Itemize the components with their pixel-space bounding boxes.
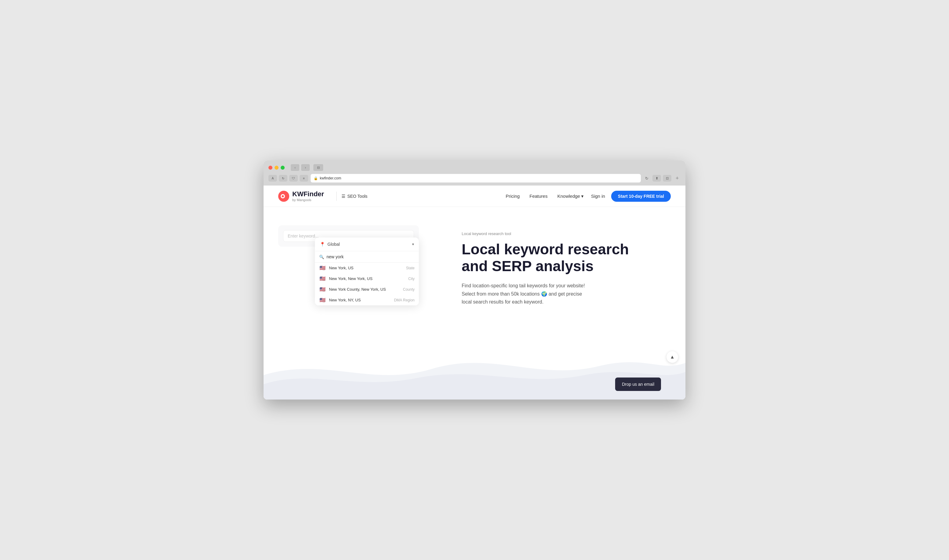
knowledge-label: Knowledge — [557, 194, 580, 199]
nav-buttons: ‹ › — [291, 164, 310, 171]
location-header-left: 📍 Global — [320, 242, 340, 247]
location-name-1: New York, New York, US — [329, 276, 408, 281]
location-type-0: State — [406, 266, 415, 270]
back-button[interactable]: ‹ — [291, 164, 299, 171]
reload-button[interactable]: ↻ — [643, 175, 650, 182]
location-name-3: New York, NY, US — [329, 298, 394, 302]
kwfinder-logo-icon — [278, 191, 289, 202]
minimize-button[interactable] — [275, 166, 278, 170]
location-header[interactable]: 📍 Global ▾ — [315, 237, 419, 251]
location-pin-icon: 📍 — [320, 242, 325, 247]
features-link[interactable]: Features — [529, 194, 548, 199]
logo-text: KWFinder by Mangools — [292, 191, 324, 202]
location-result-3[interactable]: 🇺🇸 New York, NY, US DMA Region — [315, 295, 419, 305]
share-button[interactable]: ⬆ — [652, 175, 661, 182]
page-content: KWFinder by Mangools ☰ SEO Tools Pricing… — [263, 186, 686, 400]
sign-in-link[interactable]: Sign in — [591, 194, 605, 199]
search-icon: 🔍 — [319, 255, 324, 259]
location-widget: 📍 Global ▾ 🔍 🇺🇸 New Yo — [315, 237, 419, 305]
nav-links: Pricing Features Knowledge ▾ — [506, 194, 584, 199]
hero-title-line1: Local keyword research — [461, 241, 629, 257]
scroll-top-button[interactable]: ▲ — [666, 351, 678, 363]
location-type-3: DMA Region — [394, 298, 415, 302]
address-bar[interactable]: 🔒 kwfinder.com — [311, 174, 641, 183]
flag-icon-3: 🇺🇸 — [319, 298, 326, 302]
add-tab-icon[interactable]: + — [674, 175, 681, 182]
location-type-1: City — [408, 277, 415, 281]
location-type-2: County — [403, 287, 415, 292]
logo-sub: by Mangools — [292, 198, 324, 202]
pricing-link[interactable]: Pricing — [506, 194, 520, 199]
knowledge-dropdown[interactable]: Knowledge ▾ — [557, 194, 584, 199]
logo-area: KWFinder by Mangools — [278, 191, 324, 202]
nav-divider — [336, 192, 337, 201]
location-result-2[interactable]: 🇺🇸 New York County, New York, US County — [315, 284, 419, 295]
sidebar-toggle[interactable]: ⊟ — [314, 164, 323, 171]
hero-label: Local keyword research tool — [461, 231, 671, 236]
svg-point-2 — [282, 195, 284, 197]
browser-actions: ⬆ ⊡ — [652, 175, 671, 182]
navbar: KWFinder by Mangools ☰ SEO Tools Pricing… — [263, 186, 686, 207]
flag-icon-1: 🇺🇸 — [319, 276, 326, 281]
forward-button[interactable]: › — [301, 164, 310, 171]
browser-chrome: ‹ › ⊟ A ↻ 🛡 ≡ 🔒 kwfinder.com ↻ ⬆ ⊡ + — [263, 160, 686, 186]
ext-icon-1[interactable]: A — [268, 175, 277, 182]
browser-toolbar: A ↻ 🛡 ≡ 🔒 kwfinder.com ↻ ⬆ ⊡ + — [268, 174, 681, 186]
browser-titlebar: ‹ › ⊟ — [268, 164, 681, 171]
logo-brand: KWFinder — [292, 191, 324, 198]
close-button[interactable] — [268, 166, 272, 170]
location-name-2: New York County, New York, US — [329, 287, 403, 292]
flag-icon-0: 🇺🇸 — [319, 266, 326, 270]
knowledge-chevron-icon: ▾ — [581, 194, 584, 199]
trial-button[interactable]: Start 10-day FREE trial — [611, 191, 671, 202]
hero-title: Local keyword research and SERP analysis — [461, 241, 671, 274]
ext-icon-2[interactable]: ↻ — [279, 175, 288, 182]
maximize-button[interactable] — [281, 166, 285, 170]
location-dropdown-list: 🇺🇸 New York, US State 🇺🇸 New York, New Y… — [315, 263, 419, 305]
new-tab-button[interactable]: ⊡ — [663, 175, 671, 182]
nav-actions: Sign in Start 10-day FREE trial — [591, 191, 671, 202]
browser-window: ‹ › ⊟ A ↻ 🛡 ≡ 🔒 kwfinder.com ↻ ⬆ ⊡ + — [263, 160, 686, 400]
extension-icons: A ↻ 🛡 ≡ — [268, 175, 308, 182]
hamburger-icon: ☰ — [341, 194, 346, 199]
seo-tools-link[interactable]: ☰ SEO Tools — [341, 194, 368, 199]
lock-icon: 🔒 — [314, 176, 318, 180]
seo-tools-label: SEO Tools — [347, 194, 368, 199]
url-text: kwfinder.com — [320, 176, 341, 180]
traffic-lights — [268, 166, 285, 170]
location-result-0[interactable]: 🇺🇸 New York, US State — [315, 263, 419, 273]
email-widget-label: Drop us an email — [622, 382, 654, 387]
location-name-0: New York, US — [329, 266, 406, 270]
location-result-1[interactable]: 🇺🇸 New York, New York, US City — [315, 273, 419, 284]
ext-icon-3[interactable]: 🛡 — [289, 175, 298, 182]
location-search-input[interactable] — [326, 254, 415, 259]
hero-title-line2: and SERP analysis — [461, 258, 594, 274]
ext-icon-4[interactable]: ≡ — [300, 175, 308, 182]
flag-icon-2: 🇺🇸 — [319, 287, 326, 292]
scroll-top-icon: ▲ — [670, 354, 675, 360]
hero-left: 📍 Global ▾ 🔍 🇺🇸 New Yo — [278, 225, 431, 384]
hero-description: Find location-specific long tail keyword… — [461, 282, 590, 306]
email-widget[interactable]: Drop us an email — [615, 377, 661, 391]
dropdown-chevron-icon: ▾ — [412, 242, 414, 246]
current-location-label: Global — [328, 242, 340, 247]
location-search-box: 🔍 — [315, 251, 419, 263]
